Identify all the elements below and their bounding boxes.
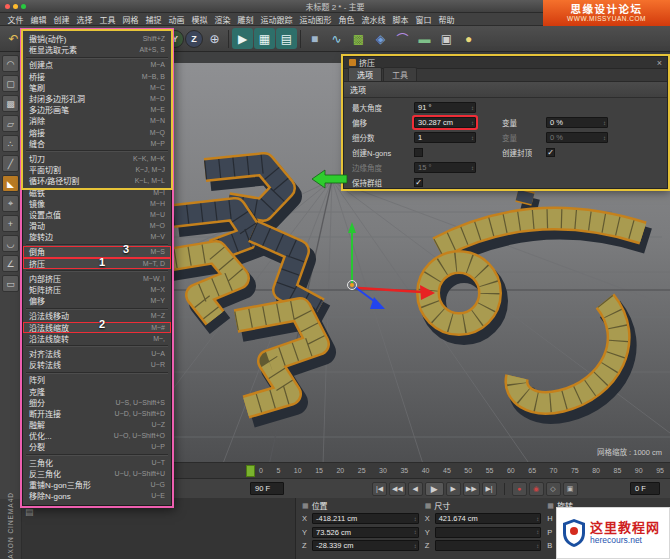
menu-item-3[interactable]: 创建点M~A <box>23 59 171 70</box>
menu-item-18[interactable]: 滑动M~O <box>23 220 171 231</box>
menubar-item-3[interactable]: 选择 <box>73 14 96 25</box>
snap-icon[interactable]: ◡ <box>2 235 19 252</box>
enable-axis-icon[interactable]: + <box>2 215 19 232</box>
menubar-item-5[interactable]: 网格 <box>119 14 142 25</box>
menu-item-10[interactable]: 缝合M~P <box>23 138 171 149</box>
menubar-item-13[interactable]: 角色 <box>335 14 358 25</box>
value-field[interactable]: 0 % <box>546 132 608 143</box>
render-picture-viewer-icon[interactable]: ▦ <box>254 28 275 49</box>
value-field[interactable]: 0 % <box>546 117 608 128</box>
menubar-item-4[interactable]: 工具 <box>96 14 119 25</box>
menu-item-24[interactable]: 内部挤压M~W, I <box>23 273 171 284</box>
deformer-icon[interactable]: ⌒ <box>392 28 413 49</box>
minimize-window-icon[interactable] <box>13 4 18 9</box>
polygons-mode-icon[interactable]: ◣ <box>2 175 19 192</box>
menu-item-14[interactable]: 循环/路径切割K~L, M~L <box>23 175 171 186</box>
menu-item-16[interactable]: 镜像M~H <box>23 198 171 209</box>
quantize-icon[interactable]: ∠ <box>2 255 19 272</box>
menu-item-25[interactable]: 矩阵挤压M~X <box>23 284 171 295</box>
coord-value-field[interactable]: 73.526 cm <box>312 527 419 538</box>
menu-item-46[interactable]: 移除N-gonsU~E <box>23 490 171 501</box>
record-keyframe-button[interactable]: ● <box>512 482 527 496</box>
close-window-icon[interactable] <box>5 4 10 9</box>
goto-next-key-button[interactable]: ▶▶ <box>463 482 480 496</box>
menu-item-0[interactable]: 撤销(动作)Shift+Z <box>23 33 171 44</box>
coord-value-field[interactable] <box>435 540 542 551</box>
menu-item-43[interactable]: 三角化U~T <box>23 457 171 468</box>
menubar-item-6[interactable]: 捕捉 <box>142 14 165 25</box>
menu-item-36[interactable]: 克隆 <box>23 385 171 396</box>
range-end-field[interactable]: 90 F <box>250 482 284 495</box>
points-mode-icon[interactable]: ∴ <box>2 135 19 152</box>
workplane-mode-icon[interactable]: ▱ <box>2 115 19 132</box>
render-view-icon[interactable]: ▶ <box>232 28 253 49</box>
menubar-item-0[interactable]: 文件 <box>4 14 27 25</box>
menu-item-12[interactable]: 切刀K~K, M~K <box>23 153 171 164</box>
subdivision-surface-icon[interactable]: ▩ <box>348 28 369 49</box>
menu-item-26[interactable]: 偏移M~Y <box>23 295 171 306</box>
menu-item-32[interactable]: 对齐法线U~A <box>23 348 171 359</box>
texture-mode-icon[interactable]: ▩ <box>2 95 19 112</box>
value-field[interactable]: 30.287 cm <box>414 117 476 128</box>
menu-item-6[interactable]: 封闭多边形孔洞M~D <box>23 93 171 104</box>
menubar-item-12[interactable]: 运动图形 <box>296 14 335 25</box>
menubar-item-15[interactable]: 脚本 <box>389 14 412 25</box>
menu-item-40[interactable]: 优化...U~O, U~Shift+O <box>23 430 171 441</box>
menubar-item-17[interactable]: 帮助 <box>435 14 458 25</box>
add-cube-icon[interactable]: ■ <box>304 28 325 49</box>
menu-item-21[interactable]: 倒角M~S <box>23 246 171 257</box>
panel-tab-1[interactable]: 工具 <box>383 67 417 81</box>
model-mode-icon[interactable]: ▢ <box>2 75 19 92</box>
menu-item-35[interactable]: 阵列 <box>23 374 171 385</box>
value-field[interactable]: 1 <box>414 132 476 143</box>
menu-item-9[interactable]: 熔接M~Q <box>23 127 171 138</box>
material-manager[interactable]: ▤ <box>22 498 296 559</box>
menu-item-8[interactable]: 消除M~N <box>23 115 171 126</box>
menu-item-13[interactable]: 平面切割K~J, M~J <box>23 164 171 175</box>
menu-item-7[interactable]: 多边形画笔M~E <box>23 104 171 115</box>
goto-prev-key-button[interactable]: ◀◀ <box>389 482 406 496</box>
render-settings-icon[interactable]: ▤ <box>276 28 297 49</box>
menu-item-38[interactable]: 断开连接U~D, U~Shift+D <box>23 408 171 419</box>
menu-item-5[interactable]: 笔刷M~C <box>23 82 171 93</box>
coord-value-field[interactable]: -418.211 cm <box>312 513 419 524</box>
menu-item-33[interactable]: 反转法线U~R <box>23 359 171 370</box>
menu-item-45[interactable]: 重铺N-gon三角形U~G <box>23 479 171 490</box>
gizmo-center-dot[interactable] <box>350 283 354 287</box>
menubar-item-10[interactable]: 雕刻 <box>234 14 257 25</box>
current-frame-field[interactable]: 0 F <box>630 482 660 495</box>
menubar-item-8[interactable]: 模拟 <box>188 14 211 25</box>
goto-prev-frame-button[interactable]: ◀ <box>408 482 423 496</box>
menubar-item-14[interactable]: 流水线 <box>358 14 389 25</box>
spline-pen-icon[interactable]: ∿ <box>326 28 347 49</box>
goto-start-button[interactable]: |◀ <box>372 482 387 496</box>
keyframe-selection-button[interactable]: ◇ <box>546 482 561 496</box>
menu-item-39[interactable]: 融解U~Z <box>23 419 171 430</box>
coord-value-field[interactable] <box>435 527 542 538</box>
goto-next-frame-button[interactable]: ▶ <box>446 482 461 496</box>
array-generator-icon[interactable]: ◈ <box>370 28 391 49</box>
checkbox[interactable] <box>414 148 423 157</box>
menu-item-15[interactable]: 磁铁M~I <box>23 186 171 197</box>
menu-item-1[interactable]: 框显选取元素Alt+S, S <box>23 44 171 55</box>
menubar-item-2[interactable]: 创建 <box>50 14 73 25</box>
menu-item-19[interactable]: 旋转边M~V <box>23 231 171 242</box>
edges-mode-icon[interactable]: ╱ <box>2 155 19 172</box>
goto-end-button[interactable]: ▶| <box>482 482 497 496</box>
menubar-item-16[interactable]: 窗口 <box>412 14 435 25</box>
menu-item-28[interactable]: 沿法线移动M~Z <box>23 310 171 321</box>
make-editable-icon[interactable]: ◠ <box>2 55 19 72</box>
coordinate-system-icon[interactable]: ⊕ <box>204 28 225 49</box>
keyframe-mode-button[interactable]: ▣ <box>563 482 578 496</box>
menubar-item-1[interactable]: 编辑 <box>27 14 50 25</box>
menu-item-44[interactable]: 反三角化U~U, U~Shift+U <box>23 468 171 479</box>
menu-item-17[interactable]: 设置点值M~U <box>23 209 171 220</box>
camera-icon[interactable]: ▣ <box>436 28 457 49</box>
coord-value-field[interactable]: -28.339 cm <box>312 540 419 551</box>
current-frame-marker[interactable] <box>246 465 255 477</box>
menubar-item-7[interactable]: 动画 <box>165 14 188 25</box>
panel-tab-0[interactable]: 选项 <box>348 67 382 81</box>
workplane-lock-icon[interactable]: ▭ <box>2 275 19 292</box>
environment-icon[interactable]: ▬ <box>414 28 435 49</box>
close-icon[interactable]: × <box>657 58 662 68</box>
